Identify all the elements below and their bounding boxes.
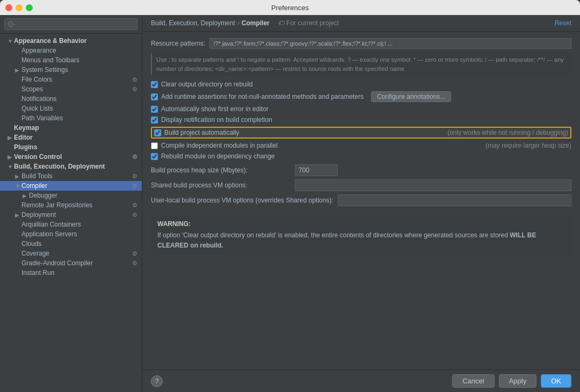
configure-annotations-button[interactable]: Configure annotations... — [371, 91, 451, 102]
arrow-icon-deployment — [15, 212, 20, 218]
sidenote-compile-parallel: (may require larger heap size) — [485, 142, 571, 149]
sidebar-item-path-variables[interactable]: Path Variables — [0, 113, 142, 123]
sidebar-item-notifications[interactable]: Notifications — [0, 94, 142, 104]
sidebar-item-label-arquillian-containers: Arquillian Containers — [21, 221, 81, 228]
checkbox-row-clear-output: Clear output directory on rebuild — [151, 81, 571, 88]
sidebar-item-label-quick-lists: Quick Lists — [21, 105, 53, 112]
sidebar-item-deployment[interactable]: Deployment⚙ — [0, 210, 142, 220]
form-label-shared-vm: Shared build process VM options: — [151, 182, 291, 189]
close-button[interactable] — [5, 4, 12, 11]
sidebar-item-editor[interactable]: Editor — [0, 133, 142, 142]
main-container: Appearance & BehaviorAppearanceMenus and… — [0, 15, 580, 392]
sidebar-item-label-path-variables: Path Variables — [21, 114, 63, 122]
checkbox-runtime-assertions[interactable] — [151, 93, 158, 100]
sidebar-item-remote-jar-repositories[interactable]: Remote Jar Repositories⚙ — [0, 200, 142, 210]
checkbox-label-compile-parallel: Compile independent modules in parallel — [161, 142, 278, 149]
sidebar-item-arquillian-containers[interactable]: Arquillian Containers — [0, 220, 142, 229]
sidebar-item-menus-toolbars[interactable]: Menus and Toolbars — [0, 55, 142, 65]
checkbox-compile-parallel[interactable] — [151, 142, 158, 149]
checkbox-label-clear-output: Clear output directory on rebuild — [161, 81, 253, 88]
sidebar-item-debugger[interactable]: Debugger — [0, 191, 142, 200]
sidebar-item-build-execution-deployment[interactable]: Build, Execution, Deployment — [0, 162, 142, 171]
breadcrumb: Build, Execution, Deployment › Compiler … — [151, 19, 339, 27]
settings-icon-gradle-android-compiler: ⚙ — [132, 260, 137, 267]
window-controls[interactable] — [5, 4, 33, 11]
sidebar-item-label-application-servers: Application Servers — [21, 230, 77, 238]
ok-button[interactable]: OK — [541, 374, 571, 388]
checkbox-display-notification[interactable] — [151, 117, 158, 124]
warning-title: WARNING: — [157, 219, 565, 229]
sidebar-item-plugins[interactable]: Plugins — [0, 142, 142, 152]
title-bar: Preferences — [0, 0, 580, 15]
sidebar-item-instant-run[interactable]: Instant Run — [0, 268, 142, 278]
sidebar-item-label-keymap: Keymap — [14, 124, 39, 132]
sidebar-item-coverage[interactable]: Coverage⚙ — [0, 249, 142, 258]
search-input[interactable] — [4, 18, 137, 30]
sidebar-tree: Appearance & BehaviorAppearanceMenus and… — [0, 34, 142, 392]
search-bar — [0, 15, 142, 34]
sidebar-item-build-tools[interactable]: Build Tools⚙ — [0, 171, 142, 181]
form-row-user-local-vm: User-local build process VM options (ove… — [151, 194, 571, 206]
maximize-button[interactable] — [26, 4, 33, 11]
arrow-icon-system-settings — [15, 67, 20, 73]
sidebar-item-label-appearance-behavior: Appearance & Behavior — [14, 37, 86, 45]
arrow-icon-compiler — [15, 183, 20, 189]
hint-text: Use ; to separate patterns and ! to nega… — [151, 53, 571, 75]
settings-icon-deployment: ⚙ — [132, 212, 137, 219]
sidebar-item-label-appearance: Appearance — [21, 47, 56, 54]
sidebar-item-file-colors[interactable]: File Colors⚙ — [0, 75, 142, 84]
sidebar-item-appearance[interactable]: Appearance — [0, 46, 142, 55]
bottom-bar: ? Cancel Apply OK — [142, 369, 580, 392]
reset-button[interactable]: Reset — [555, 19, 571, 27]
sidebar-item-compiler[interactable]: Compiler⚙ — [0, 181, 142, 191]
minimize-button[interactable] — [16, 4, 23, 11]
cancel-button[interactable]: Cancel — [452, 374, 494, 388]
sidebar-item-system-settings[interactable]: System Settings — [0, 65, 142, 75]
checkbox-build-automatically[interactable] — [154, 129, 161, 136]
sidebar-item-version-control[interactable]: Version Control⚙ — [0, 152, 142, 162]
for-project-label: 🏷 For current project — [278, 19, 339, 27]
checkbox-label-build-automatically: Build project automatically — [164, 129, 239, 136]
resource-patterns-row: Resource patterns: — [151, 38, 571, 49]
sidebar-item-quick-lists[interactable]: Quick Lists — [0, 104, 142, 113]
sidebar-item-gradle-android-compiler[interactable]: Gradle-Android Compiler⚙ — [0, 258, 142, 268]
sidebar-item-label-build-tools: Build Tools — [21, 172, 53, 180]
checkbox-clear-output[interactable] — [151, 81, 158, 88]
resource-patterns-input[interactable] — [209, 38, 571, 49]
sidebar-item-label-clouds: Clouds — [21, 240, 41, 248]
apply-button[interactable]: Apply — [499, 374, 537, 388]
form-input-shared-vm[interactable] — [295, 179, 571, 191]
sidebar-item-scopes[interactable]: Scopes⚙ — [0, 84, 142, 94]
checkbox-show-first-error[interactable] — [151, 106, 158, 113]
sidebar-item-label-scopes: Scopes — [21, 85, 43, 93]
arrow-icon-debugger — [23, 193, 28, 199]
settings-icon-coverage: ⚙ — [132, 250, 137, 257]
sidebar-item-label-debugger: Debugger — [29, 192, 57, 199]
arrow-icon-build-tools — [15, 173, 20, 179]
sidenote-build-automatically: (only works while not running / debuggin… — [447, 129, 568, 136]
checkbox-rebuild-on-change[interactable] — [151, 153, 158, 160]
content-body: Resource patterns: Use ; to separate pat… — [142, 32, 580, 369]
sidebar-item-label-file-colors: File Colors — [21, 76, 52, 83]
warning-text: If option 'Clear output directory on reb… — [157, 231, 536, 249]
resource-patterns-label: Resource patterns: — [151, 40, 205, 47]
sidebar-item-keymap[interactable]: Keymap — [0, 123, 142, 133]
settings-icon-build-tools: ⚙ — [132, 173, 137, 180]
checkbox-row-rebuild-on-change: Rebuild module on dependency change — [151, 153, 571, 160]
content-header: Build, Execution, Deployment › Compiler … — [142, 15, 580, 32]
form-input-heap-size[interactable] — [295, 164, 338, 176]
sidebar-item-application-servers[interactable]: Application Servers — [0, 229, 142, 239]
checkbox-row-runtime-assertions: Add runtime assertions for not-null-anno… — [151, 91, 571, 102]
sidebar-item-appearance-behavior[interactable]: Appearance & Behavior — [0, 36, 142, 46]
sidebar-item-label-instant-run: Instant Run — [21, 269, 54, 277]
settings-icon-version-control: ⚙ — [132, 154, 137, 161]
help-button[interactable]: ? — [151, 375, 163, 387]
sidebar: Appearance & BehaviorAppearanceMenus and… — [0, 15, 142, 392]
window-title: Preferences — [271, 4, 309, 12]
form-input-user-local-vm[interactable] — [338, 194, 572, 206]
form-label-heap-size: Build process heap size (Mbytes): — [151, 166, 291, 174]
sidebar-item-label-gradle-android-compiler: Gradle-Android Compiler — [21, 259, 93, 267]
settings-icon-scopes: ⚙ — [132, 86, 137, 93]
settings-icon-remote-jar-repositories: ⚙ — [132, 202, 137, 209]
sidebar-item-clouds[interactable]: Clouds — [0, 239, 142, 249]
